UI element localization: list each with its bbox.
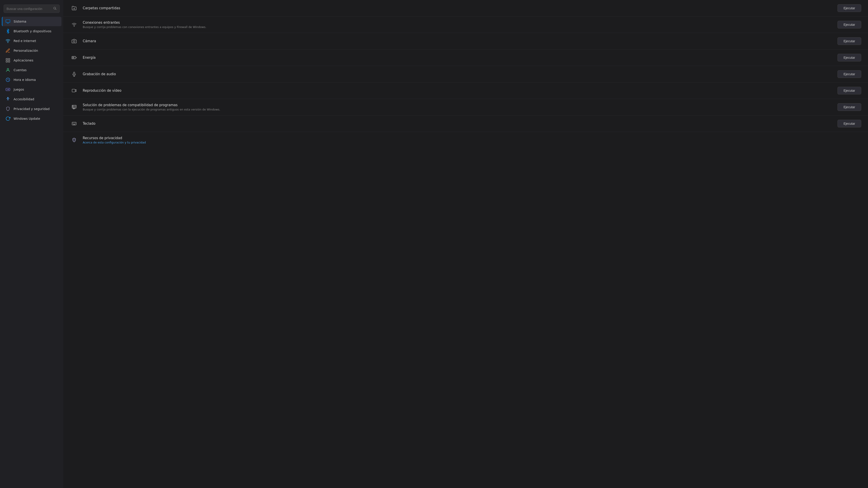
list-item: Recursos de privacidad Acerca de esta co…	[63, 132, 868, 148]
grid-icon	[5, 58, 10, 63]
list-item: Teclado Ejecutar	[63, 116, 868, 132]
item-text-compat: Solución de problemas de compatibilidad …	[83, 103, 833, 111]
item-subtitle-compat: Busque y corrija problemas con la ejecuc…	[83, 108, 833, 111]
list-item: Grabación de audio Ejecutar	[63, 66, 868, 83]
sidebar-nav: Sistema Bluetooth y dispositivos Red e I…	[0, 17, 63, 124]
svg-point-10	[7, 68, 8, 70]
battery-icon	[70, 54, 78, 62]
svg-rect-24	[73, 72, 75, 74]
svg-point-5	[8, 42, 8, 43]
item-text-audio: Grabación de audio	[83, 72, 833, 76]
bluetooth-icon	[5, 29, 10, 34]
sidebar-item-accesibilidad[interactable]: Accesibilidad	[2, 94, 61, 104]
item-subtitle-privacidad-recursos[interactable]: Acerca de esta configuración y tu privac…	[83, 141, 861, 144]
sidebar-label-sistema: Sistema	[13, 20, 26, 23]
item-title-privacidad-recursos: Recursos de privacidad	[83, 136, 861, 140]
item-text-privacidad-recursos: Recursos de privacidad Acerca de esta co…	[83, 136, 861, 144]
svg-point-17	[8, 97, 8, 98]
svg-rect-12	[6, 88, 10, 91]
search-container	[0, 3, 63, 17]
item-text-teclado: Teclado	[83, 122, 833, 126]
list-item: Solución de problemas de compatibilidad …	[63, 99, 868, 116]
sidebar-item-aplicaciones[interactable]: Aplicaciones	[2, 56, 61, 65]
item-title-video: Reproducción de vídeo	[83, 89, 833, 93]
main-content: Carpetas compartidas Ejecutar Conexiones…	[63, 0, 868, 488]
sidebar-item-bluetooth[interactable]: Bluetooth y dispositivos	[2, 26, 61, 36]
svg-rect-8	[6, 61, 7, 62]
sidebar-item-juegos[interactable]: Juegos	[2, 85, 61, 94]
item-text-carpetas: Carpetas compartidas	[83, 6, 833, 10]
svg-rect-9	[8, 61, 10, 62]
troubleshooter-list: Carpetas compartidas Ejecutar Conexiones…	[63, 0, 868, 148]
list-item: Conexiones entrantes Busque y corrija pr…	[63, 17, 868, 33]
item-title-energia: Energía	[83, 56, 833, 60]
ejecutar-button-compat[interactable]: Ejecutar	[837, 103, 861, 111]
sidebar-item-personalizacion[interactable]: Personalización	[2, 46, 61, 55]
item-title-audio: Grabación de audio	[83, 72, 833, 76]
refresh-icon	[5, 116, 10, 121]
svg-rect-2	[6, 20, 10, 23]
compat-icon	[70, 103, 78, 111]
camera-icon	[70, 37, 78, 45]
sidebar: Sistema Bluetooth y dispositivos Red e I…	[0, 0, 63, 488]
gamepad-icon	[5, 87, 10, 92]
svg-point-20	[73, 40, 75, 42]
ejecutar-button-carpetas[interactable]: Ejecutar	[837, 4, 861, 12]
svg-line-1	[55, 9, 56, 10]
item-title-compat: Solución de problemas de compatibilidad …	[83, 103, 833, 107]
item-text-camara: Cámara	[83, 39, 833, 43]
sidebar-label-hora: Hora e idioma	[13, 78, 36, 82]
folder-share-icon	[70, 4, 78, 12]
ejecutar-button-energia[interactable]: Ejecutar	[837, 54, 861, 61]
sidebar-item-red[interactable]: Red e Internet	[2, 36, 61, 46]
video-icon	[70, 87, 78, 95]
svg-rect-6	[6, 59, 7, 60]
ejecutar-button-video[interactable]: Ejecutar	[837, 87, 861, 94]
sidebar-label-update: Windows Update	[13, 117, 40, 121]
accessibility-icon	[5, 97, 10, 102]
sidebar-label-juegos: Juegos	[13, 88, 24, 91]
person-icon	[5, 68, 10, 72]
sidebar-item-sistema[interactable]: Sistema	[2, 17, 61, 26]
svg-rect-23	[72, 57, 74, 58]
ejecutar-button-conexiones[interactable]: Ejecutar	[837, 21, 861, 29]
search-input[interactable]	[6, 7, 51, 11]
search-icon	[53, 6, 57, 11]
svg-rect-28	[72, 105, 76, 108]
sidebar-item-privacidad[interactable]: Privacidad y seguridad	[2, 104, 61, 113]
monitor-icon	[5, 19, 10, 24]
sidebar-label-red: Red e Internet	[13, 39, 36, 43]
sidebar-label-accesibilidad: Accesibilidad	[13, 97, 34, 101]
edit-icon	[5, 48, 10, 53]
list-item: Reproducción de vídeo Ejecutar	[63, 83, 868, 99]
shield-icon	[5, 106, 10, 111]
wifi-incoming-icon	[70, 21, 78, 29]
clock-icon	[5, 77, 10, 82]
microphone-icon	[70, 70, 78, 78]
svg-point-19	[74, 26, 74, 26]
list-item: Carpetas compartidas Ejecutar	[63, 0, 868, 17]
svg-rect-27	[72, 89, 75, 92]
svg-rect-7	[8, 59, 10, 60]
shield-privacy-icon	[70, 136, 78, 144]
item-title-teclado: Teclado	[83, 122, 833, 126]
sidebar-label-cuentas: Cuentas	[13, 68, 27, 72]
item-text-energia: Energía	[83, 56, 833, 60]
sidebar-item-update[interactable]: Windows Update	[2, 114, 61, 123]
svg-point-16	[8, 90, 8, 90]
item-title-camara: Cámara	[83, 39, 833, 43]
list-item: Energía Ejecutar	[63, 50, 868, 66]
item-text-conexiones: Conexiones entrantes Busque y corrija pr…	[83, 21, 833, 29]
search-box[interactable]	[4, 4, 60, 13]
keyboard-icon	[70, 120, 78, 128]
item-title-conexiones: Conexiones entrantes	[83, 21, 833, 25]
sidebar-label-aplicaciones: Aplicaciones	[13, 59, 33, 62]
sidebar-item-hora[interactable]: Hora e idioma	[2, 75, 61, 85]
ejecutar-button-audio[interactable]: Ejecutar	[837, 70, 861, 78]
ejecutar-button-camara[interactable]: Ejecutar	[837, 37, 861, 45]
wifi-icon	[5, 38, 10, 43]
item-text-video: Reproducción de vídeo	[83, 89, 833, 93]
sidebar-item-cuentas[interactable]: Cuentas	[2, 65, 61, 75]
sidebar-label-bluetooth: Bluetooth y dispositivos	[13, 29, 51, 33]
ejecutar-button-teclado[interactable]: Ejecutar	[837, 120, 861, 127]
